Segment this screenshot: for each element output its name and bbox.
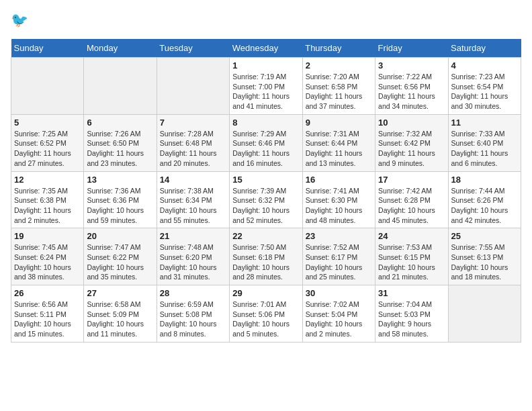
- day-info: Sunrise: 7:01 AM Sunset: 5:06 PM Dayligh…: [232, 300, 299, 339]
- day-number: 29: [232, 288, 299, 298]
- day-number: 3: [378, 60, 445, 71]
- day-info: Sunrise: 7:48 AM Sunset: 6:20 PM Dayligh…: [160, 242, 226, 282]
- calendar-cell: [157, 58, 229, 115]
- day-number: 10: [378, 118, 445, 128]
- calendar-cell: [84, 58, 157, 115]
- calendar-cell: 13Sunrise: 7:36 AM Sunset: 6:36 PM Dayli…: [84, 171, 157, 228]
- calendar-cell: 29Sunrise: 7:01 AM Sunset: 5:06 PM Dayli…: [230, 285, 302, 342]
- day-info: Sunrise: 7:41 AM Sunset: 6:30 PM Dayligh…: [306, 186, 372, 226]
- day-number: 12: [14, 175, 81, 185]
- day-number: 15: [232, 175, 299, 185]
- calendar-cell: 16Sunrise: 7:41 AM Sunset: 6:30 PM Dayli…: [302, 171, 375, 228]
- calendar-cell: 14Sunrise: 7:38 AM Sunset: 6:34 PM Dayli…: [157, 171, 229, 228]
- day-number: 19: [14, 231, 81, 241]
- calendar-table: SundayMondayTuesdayWednesdayThursdayFrid…: [11, 39, 521, 342]
- day-number: 30: [306, 288, 372, 298]
- day-number: 5: [14, 118, 81, 128]
- day-number: 18: [451, 175, 518, 185]
- svg-text:🐦: 🐦: [11, 11, 29, 29]
- calendar-cell: 1Sunrise: 7:19 AM Sunset: 7:00 PM Daylig…: [230, 58, 302, 115]
- weekday-header: Sunday: [11, 39, 84, 58]
- day-info: Sunrise: 7:28 AM Sunset: 6:48 PM Dayligh…: [160, 129, 226, 169]
- day-info: Sunrise: 7:42 AM Sunset: 6:28 PM Dayligh…: [378, 186, 445, 226]
- day-number: 6: [87, 118, 153, 128]
- day-info: Sunrise: 7:36 AM Sunset: 6:36 PM Dayligh…: [87, 186, 153, 226]
- day-info: Sunrise: 7:39 AM Sunset: 6:32 PM Dayligh…: [232, 186, 299, 226]
- day-info: Sunrise: 6:59 AM Sunset: 5:08 PM Dayligh…: [160, 300, 226, 339]
- weekday-header: Friday: [375, 39, 448, 58]
- calendar-cell: 22Sunrise: 7:50 AM Sunset: 6:18 PM Dayli…: [230, 228, 302, 285]
- day-info: Sunrise: 7:35 AM Sunset: 6:38 PM Dayligh…: [14, 186, 81, 226]
- day-info: Sunrise: 7:50 AM Sunset: 6:18 PM Dayligh…: [232, 242, 299, 282]
- page-header: 🐦: [11, 11, 521, 31]
- day-number: 31: [378, 288, 445, 298]
- calendar-cell: 2Sunrise: 7:20 AM Sunset: 6:58 PM Daylig…: [302, 58, 375, 115]
- calendar-cell: 4Sunrise: 7:23 AM Sunset: 6:54 PM Daylig…: [448, 58, 521, 115]
- day-number: 22: [232, 231, 299, 241]
- calendar-cell: 24Sunrise: 7:53 AM Sunset: 6:15 PM Dayli…: [375, 228, 448, 285]
- weekday-header: Wednesday: [230, 39, 302, 58]
- calendar-week-row: 26Sunrise: 6:56 AM Sunset: 5:11 PM Dayli…: [11, 285, 521, 342]
- calendar-cell: 31Sunrise: 7:04 AM Sunset: 5:03 PM Dayli…: [375, 285, 448, 342]
- day-number: 20: [87, 231, 153, 241]
- calendar-cell: 19Sunrise: 7:45 AM Sunset: 6:24 PM Dayli…: [11, 228, 84, 285]
- calendar-cell: 27Sunrise: 6:58 AM Sunset: 5:09 PM Dayli…: [84, 285, 157, 342]
- weekday-header: Saturday: [448, 39, 521, 58]
- calendar-cell: [11, 58, 84, 115]
- calendar-cell: [448, 285, 521, 342]
- day-number: 13: [87, 175, 153, 185]
- calendar-cell: 12Sunrise: 7:35 AM Sunset: 6:38 PM Dayli…: [11, 171, 84, 228]
- calendar-cell: 25Sunrise: 7:55 AM Sunset: 6:13 PM Dayli…: [448, 228, 521, 285]
- day-number: 2: [306, 60, 372, 71]
- day-number: 25: [451, 231, 518, 241]
- calendar-cell: 20Sunrise: 7:47 AM Sunset: 6:22 PM Dayli…: [84, 228, 157, 285]
- calendar-cell: 30Sunrise: 7:02 AM Sunset: 5:04 PM Dayli…: [302, 285, 375, 342]
- day-info: Sunrise: 7:31 AM Sunset: 6:44 PM Dayligh…: [306, 129, 372, 169]
- calendar-week-row: 19Sunrise: 7:45 AM Sunset: 6:24 PM Dayli…: [11, 228, 521, 285]
- calendar-cell: 28Sunrise: 6:59 AM Sunset: 5:08 PM Dayli…: [157, 285, 229, 342]
- day-number: 17: [378, 175, 445, 185]
- day-number: 27: [87, 288, 153, 298]
- day-info: Sunrise: 7:20 AM Sunset: 6:58 PM Dayligh…: [306, 72, 372, 111]
- day-info: Sunrise: 6:56 AM Sunset: 5:11 PM Dayligh…: [14, 300, 81, 339]
- calendar-cell: 6Sunrise: 7:26 AM Sunset: 6:50 PM Daylig…: [84, 114, 157, 171]
- day-info: Sunrise: 7:55 AM Sunset: 6:13 PM Dayligh…: [451, 242, 518, 282]
- day-info: Sunrise: 7:53 AM Sunset: 6:15 PM Dayligh…: [378, 242, 445, 282]
- day-info: Sunrise: 7:04 AM Sunset: 5:03 PM Dayligh…: [378, 300, 445, 339]
- calendar-cell: 3Sunrise: 7:22 AM Sunset: 6:56 PM Daylig…: [375, 58, 448, 115]
- calendar-cell: 26Sunrise: 6:56 AM Sunset: 5:11 PM Dayli…: [11, 285, 84, 342]
- calendar-cell: 5Sunrise: 7:25 AM Sunset: 6:52 PM Daylig…: [11, 114, 84, 171]
- day-info: Sunrise: 7:45 AM Sunset: 6:24 PM Dayligh…: [14, 242, 81, 282]
- day-info: Sunrise: 7:38 AM Sunset: 6:34 PM Dayligh…: [160, 186, 226, 226]
- day-number: 4: [451, 60, 518, 71]
- day-info: Sunrise: 7:32 AM Sunset: 6:42 PM Dayligh…: [378, 129, 445, 169]
- logo: 🐦: [11, 11, 34, 31]
- calendar-week-row: 1Sunrise: 7:19 AM Sunset: 7:00 PM Daylig…: [11, 58, 521, 115]
- day-info: Sunrise: 7:25 AM Sunset: 6:52 PM Dayligh…: [14, 129, 81, 169]
- calendar-cell: 23Sunrise: 7:52 AM Sunset: 6:17 PM Dayli…: [302, 228, 375, 285]
- day-info: Sunrise: 7:26 AM Sunset: 6:50 PM Dayligh…: [87, 129, 153, 169]
- day-info: Sunrise: 7:47 AM Sunset: 6:22 PM Dayligh…: [87, 242, 153, 282]
- day-info: Sunrise: 7:33 AM Sunset: 6:40 PM Dayligh…: [451, 129, 518, 169]
- calendar-cell: 11Sunrise: 7:33 AM Sunset: 6:40 PM Dayli…: [448, 114, 521, 171]
- day-number: 21: [160, 231, 226, 241]
- weekday-header: Monday: [84, 39, 157, 58]
- logo-icon: 🐦: [11, 11, 31, 31]
- calendar-cell: 17Sunrise: 7:42 AM Sunset: 6:28 PM Dayli…: [375, 171, 448, 228]
- day-info: Sunrise: 7:23 AM Sunset: 6:54 PM Dayligh…: [451, 72, 518, 111]
- day-number: 24: [378, 231, 445, 241]
- calendar-cell: 8Sunrise: 7:29 AM Sunset: 6:46 PM Daylig…: [230, 114, 302, 171]
- calendar-cell: 15Sunrise: 7:39 AM Sunset: 6:32 PM Dayli…: [230, 171, 302, 228]
- day-number: 9: [306, 118, 372, 128]
- day-number: 26: [14, 288, 81, 298]
- day-number: 7: [160, 118, 226, 128]
- day-info: Sunrise: 7:52 AM Sunset: 6:17 PM Dayligh…: [306, 242, 372, 282]
- calendar-week-row: 12Sunrise: 7:35 AM Sunset: 6:38 PM Dayli…: [11, 171, 521, 228]
- day-info: Sunrise: 7:29 AM Sunset: 6:46 PM Dayligh…: [232, 129, 299, 169]
- day-info: Sunrise: 7:02 AM Sunset: 5:04 PM Dayligh…: [306, 300, 372, 339]
- day-info: Sunrise: 7:22 AM Sunset: 6:56 PM Dayligh…: [378, 72, 445, 111]
- weekday-header: Thursday: [302, 39, 375, 58]
- day-number: 8: [232, 118, 299, 128]
- calendar-cell: 9Sunrise: 7:31 AM Sunset: 6:44 PM Daylig…: [302, 114, 375, 171]
- day-number: 23: [306, 231, 372, 241]
